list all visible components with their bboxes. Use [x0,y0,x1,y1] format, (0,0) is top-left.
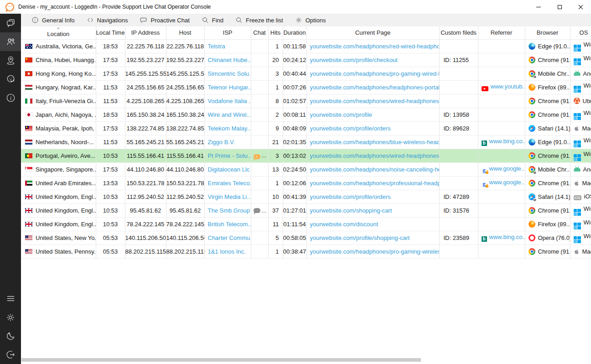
current-page-link[interactable]: yourwebsite.com/headphones/headphones-po… [310,84,440,91]
column-header-ip-address[interactable]: IP Address [125,26,166,39]
current-page-link[interactable]: yourwebsite.com/headphones/wired-headpho… [310,98,439,104]
hits-cell: 11 [268,217,283,231]
isp-link[interactable]: Wire and Wirel... [208,111,251,118]
column-header-browser[interactable]: Browser [525,26,570,39]
visitor-row[interactable]: United States, Pennsy...05:5388.202.215.… [21,244,591,258]
visitor-row[interactable]: Japan, Aichi, Nagoya, ...18:53165.150.38… [21,108,591,121]
os-text: Win [584,151,591,157]
visitor-row[interactable]: Hong Kong, Hong Ko...17:53145.255.125.55… [21,67,591,80]
visitor-row[interactable]: China, Hubei, Huangg...17:53192.55.23.22… [21,53,591,67]
current-page-link[interactable]: yourwebsite.com/headphones/wired-headpho… [310,152,439,159]
visitor-row[interactable]: United Kingdom, Engl...10:5378.24.222.14… [21,217,591,231]
current-page-link[interactable]: yourwebsite.com/headphones/noise-cancell… [310,166,440,173]
visitor-row[interactable]: Malaysia, Perak, Ipoh, ...17:53138.222.7… [21,121,591,135]
isp-link[interactable]: Chinanet Hube... [208,57,251,63]
visitor-row[interactable]: Italy, Friuli-Venezia Gi...11:534.225.10… [21,94,591,108]
os-cell: 10Win [570,231,591,244]
column-header-referrer[interactable]: Referrer [478,26,525,39]
column-header-chat[interactable]: Chat [251,26,268,39]
current-page-link[interactable]: yourwebsite.com/profile/checkout [310,57,398,63]
isp-link[interactable]: Simcentric Solu... [208,70,251,77]
sidebar-item-chats[interactable] [0,14,21,32]
column-header-custom-fileds[interactable]: Custom fileds [439,26,478,39]
isp-link[interactable]: Charter Commu... [208,234,251,241]
visitor-row[interactable]: United States, New Yo...05:53140.115.206… [21,231,591,244]
duration-text: 00:12:06 [283,180,306,187]
referrer-link[interactable]: www.bing.co... [489,234,525,240]
visitor-row[interactable]: Hungary, Nograd, Kar...11:5324.255.156.6… [21,80,591,94]
visitor-row[interactable]: Australia, Victoria, Ge...18:5322.225.76… [21,39,591,53]
isp-link[interactable]: Pt Prime - Solu... [208,152,251,159]
location-cell: United Kingdom, Engl... [21,203,96,217]
current-page-link[interactable]: yourwebsite.com/profile/orders [310,125,391,132]
current-page-link[interactable]: yourwebsite.com/shopping-cart [310,207,392,214]
referrer-link[interactable]: www.google... [489,179,525,186]
isp-link[interactable]: Telstra [208,43,225,50]
column-header-os[interactable]: OS [570,26,591,39]
options-button[interactable]: Options [289,14,332,26]
column-header-host[interactable]: Host [166,26,204,39]
host-cell: 88.202.215.115 [166,244,204,258]
current-page-link[interactable]: yourwebsite.com/profile/shopping-cart [310,234,410,241]
duration-text: 02:24:50 [283,166,306,173]
current-page-link[interactable]: yourwebsite.com/headphones/blue-wireless… [310,139,440,146]
visitor-row[interactable]: Portugal, Aveiro, Ave...10:53115.55.166.… [21,149,591,162]
duration-cell: 02:01:35 [283,135,306,149]
proactive-chat-button[interactable]: Proactive Chat [134,14,195,26]
sidebar-item-night-mode[interactable] [0,327,21,345]
current-page-link[interactable]: yourwebsite.com/profile [310,111,373,118]
column-header-local-time[interactable]: Local Time [96,26,125,39]
find-button[interactable]: Find [196,14,229,26]
sidebar-item-operator[interactable] [0,70,21,88]
column-header-isp[interactable]: ISP [204,26,251,39]
isp-link[interactable]: British Telecom... [208,221,251,228]
freeze-the-list-button[interactable]: Freeze the list [229,14,289,26]
close-button[interactable] [570,0,591,14]
isp-link[interactable]: Telekom Malay... [208,125,251,132]
hits-text: 1 [275,43,279,50]
navigations-button[interactable]: Navigations [81,14,134,26]
sidebar-item-visitors[interactable] [0,32,21,51]
referrer-link[interactable]: www.bing.co... [489,138,525,145]
column-header-current-page[interactable]: Current Page [306,26,439,39]
flag-my-icon [25,126,32,131]
referrer-link[interactable]: www.youtub... [491,83,525,90]
current-page-link[interactable]: yourwebsite.com/headphones/pro-gaming-wi… [310,70,440,77]
current-page-link[interactable]: yourwebsite.com/discount [310,221,378,228]
isp-link[interactable]: 1&1 Ionos Inc. [208,248,246,255]
sidebar-item-geo-location[interactable] [0,51,21,70]
visitor-row[interactable]: United Kingdom, Engl...10:5395.45.81.629… [21,203,591,217]
column-header-duration[interactable]: Duration [283,26,306,39]
horizontal-scrollbar-thumb[interactable] [21,358,421,362]
isp-link[interactable]: Emirates Teleco... [208,180,251,187]
custom-fields-cell [439,217,478,231]
visitor-row[interactable]: Netherlands, Noord-...11:5355.165.245.21… [21,135,591,149]
current-page-link[interactable]: yourwebsite.com/headphones/professional-… [310,180,440,187]
current-page-link[interactable]: yourwebsite.com/headphones/pro-gaming-wi… [310,248,440,255]
sidebar-item-settings[interactable] [0,308,21,327]
referrer-link[interactable]: www.google... [489,165,525,172]
sidebar-item-logout[interactable] [0,345,21,364]
current-page-link[interactable]: yourwebsite.com/headphones/red-wired-hea… [310,43,440,50]
browser-cell: Opera (76.0) [525,231,570,244]
sidebar-item-menu[interactable] [0,289,21,308]
isp-link[interactable]: The Smb Group [208,207,250,214]
minimize-button[interactable] [528,0,549,14]
isp-link[interactable]: Vodafone Italia ... [208,98,251,104]
maximize-button[interactable] [549,0,570,14]
visitor-row[interactable]: United Kingdom, Engl...10:53112.95.240.5… [21,190,591,203]
sidebar-item-info[interactable]: i [0,88,21,107]
visitor-row[interactable]: United Arab Emirates...13:53150.53.221.7… [21,176,591,190]
column-header-hits[interactable]: Hits [268,26,283,39]
column-header-location[interactable]: ^Location [21,26,96,39]
isp-link[interactable]: Ziggo B.V. [208,139,235,146]
horizontal-scrollbar-track[interactable] [21,357,591,364]
visitor-row[interactable]: Singapore, Singapore...17:5344.110.246.8… [21,162,591,176]
general-info-button[interactable]: i General Info [26,14,81,26]
current-page-link[interactable]: yourwebsite.com/profile/orders [310,193,391,200]
isp-link[interactable]: Telenor Hungar... [208,84,251,91]
browser-text: Chrome (91... [538,207,570,214]
isp-link[interactable]: Virgin Media Li... [208,193,251,200]
column-label: Location [47,31,69,37]
isp-link[interactable]: Digitalocean Llc [208,166,250,173]
